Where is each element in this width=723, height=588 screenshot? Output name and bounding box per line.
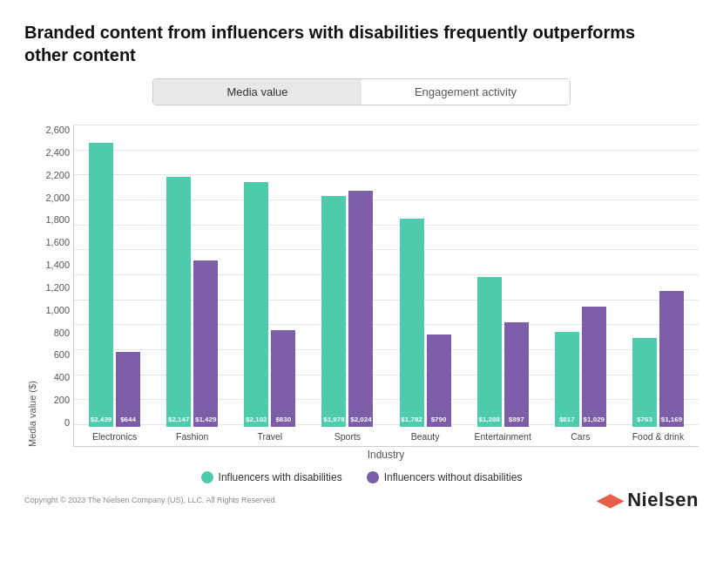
x-axis-label: Cars (542, 427, 619, 446)
y-label: 1,000 (45, 305, 70, 315)
y-label: 2,200 (45, 170, 70, 180)
bar-group: $763$1,169 (632, 291, 684, 427)
bar-with-disabilities: $763 (632, 338, 657, 427)
page-title: Branded content from influencers with di… (24, 21, 678, 66)
copyright: Copyright © 2023 The Nielsen Company (US… (24, 496, 277, 504)
bar-group: $2,439$644 (89, 143, 140, 427)
y-axis-title: Media value ($) (24, 125, 40, 447)
x-axis-label: Food & drink (619, 427, 697, 446)
x-axis-label: Beauty (387, 427, 464, 446)
bar-group: $1,978$2,024 (321, 191, 373, 427)
bar-without-disabilities: $830 (271, 330, 295, 427)
legend-dot-purple (367, 471, 379, 483)
legend-label-with: Influencers with disabilities (219, 471, 342, 483)
bar-without-disabilities: $644 (116, 352, 140, 427)
bar-with-disabilities: $1,782 (400, 219, 424, 427)
y-label: 800 (54, 328, 70, 338)
y-label: 400 (54, 372, 70, 382)
bar-with-disabilities: $1,288 (477, 277, 502, 427)
x-axis-label: Fashion (153, 427, 231, 446)
bar-with-disabilities: $2,102 (244, 182, 268, 427)
bar-group: $2,102$830 (244, 182, 295, 427)
y-label: 200 (54, 395, 70, 405)
bar-without-disabilities: $2,024 (348, 191, 373, 427)
legend-label-without: Influencers without disabilities (384, 471, 523, 483)
y-label: 2,600 (45, 125, 70, 135)
bar-without-disabilities: $1,429 (193, 260, 218, 427)
bar-with-disabilities: $1,978 (321, 196, 346, 427)
legend: Influencers with disabilities Influencer… (24, 471, 699, 483)
tab-group: Media value Engagement activity (152, 78, 571, 105)
y-label: 2,400 (45, 147, 70, 158)
x-axis-label: Travel (231, 427, 308, 446)
y-label: 1,600 (45, 237, 70, 247)
x-axis-label: Entertainment (464, 427, 542, 446)
bar-without-disabilities: $1,169 (659, 291, 684, 427)
bar-group: $1,782$790 (400, 219, 451, 427)
x-axis-label: Electronics (76, 427, 153, 446)
nielsen-logo: ◀▶ Nielsen (597, 489, 699, 511)
y-label: 0 (64, 417, 70, 428)
legend-without-disabilities: Influencers without disabilities (367, 471, 523, 483)
legend-with-disabilities: Influencers with disabilities (201, 471, 342, 483)
bar-with-disabilities: $2,439 (89, 143, 113, 427)
nielsen-text: Nielsen (627, 489, 699, 511)
y-label: 600 (54, 349, 70, 360)
bar-group: $817$1,029 (555, 307, 606, 427)
x-axis-title: Industry (73, 449, 699, 461)
bar-group: $2,147$1,429 (166, 177, 218, 427)
y-label: 1,800 (45, 214, 70, 225)
bar-without-disabilities: $1,029 (582, 307, 606, 427)
tab-engagement-activity[interactable]: Engagement activity (362, 79, 570, 105)
y-axis-labels: 2,600 2,400 2,200 2,000 1,800 1,600 1,40… (42, 125, 73, 447)
nielsen-icon: ◀▶ (597, 490, 623, 510)
bar-with-disabilities: $817 (555, 332, 579, 427)
y-label: 1,400 (45, 260, 70, 270)
bar-group: $1,288$897 (477, 277, 529, 427)
y-label: 1,200 (45, 282, 70, 293)
y-label: 2,000 (45, 193, 70, 203)
legend-dot-teal (201, 471, 213, 483)
bar-without-disabilities: $897 (504, 322, 529, 427)
bar-with-disabilities: $2,147 (166, 177, 191, 427)
bar-without-disabilities: $790 (427, 335, 451, 427)
tab-media-value[interactable]: Media value (153, 79, 362, 105)
x-axis-label: Sports (308, 427, 386, 446)
